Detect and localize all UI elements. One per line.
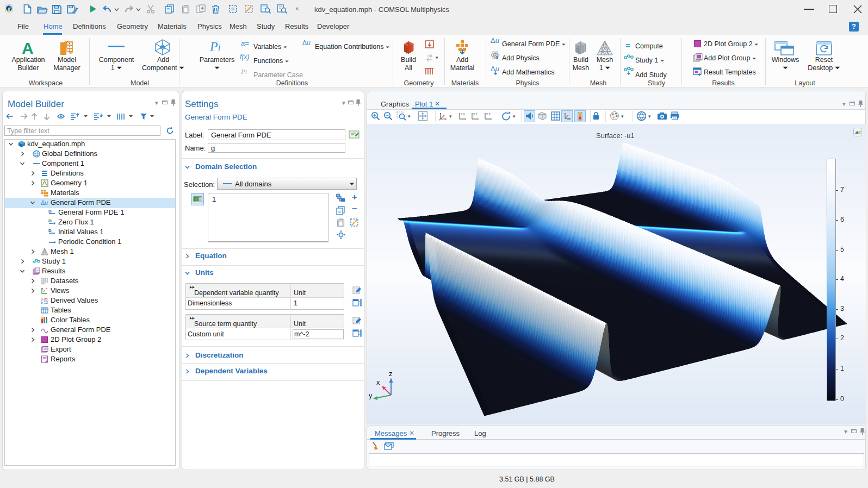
svg-text:z: z: [489, 112, 491, 116]
svg-text:y: y: [473, 112, 475, 116]
svg-text:z: z: [476, 112, 478, 116]
svg-text:y: y: [369, 391, 373, 399]
svg-text:z: z: [389, 371, 393, 378]
svg-text:D: D: [48, 209, 52, 214]
svg-text:e-12: e-12: [41, 301, 48, 304]
svg-text:D: D: [48, 228, 52, 233]
svg-text:D: D: [48, 218, 52, 223]
svg-text:x: x: [376, 378, 380, 386]
svg-text:u: u: [45, 199, 48, 206]
svg-text:x: x: [461, 112, 463, 116]
svg-text:y: y: [463, 112, 466, 116]
svg-text:x: x: [486, 112, 488, 116]
